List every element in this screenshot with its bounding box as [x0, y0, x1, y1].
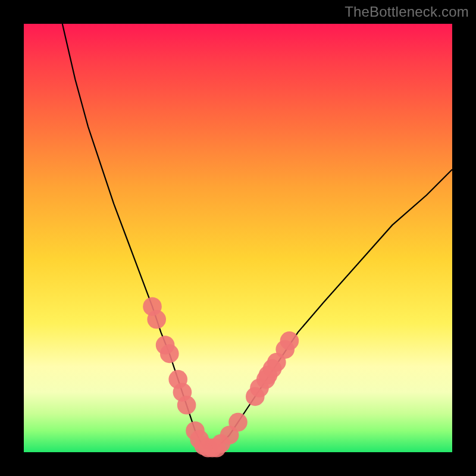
highlight-dot [228, 413, 248, 432]
highlight-dot [147, 310, 166, 329]
highlight-dot [160, 345, 179, 364]
chart-frame: TheBottleneck.com [0, 0, 476, 476]
highlight-dot [280, 331, 299, 350]
watermark-text: TheBottleneck.com [345, 4, 469, 20]
highlight-dots [143, 297, 299, 457]
plot-area [24, 24, 452, 452]
chart-svg [24, 24, 452, 452]
highlight-dot [177, 396, 196, 415]
